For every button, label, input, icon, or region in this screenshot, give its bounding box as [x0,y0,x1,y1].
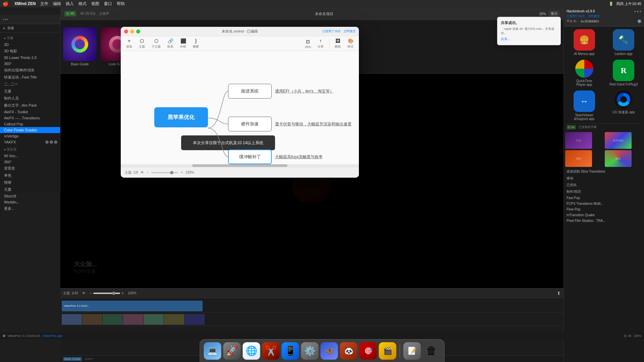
dock-launchpad[interactable]: 🚀 [223,342,241,360]
toolbar-link[interactable]: 🔗 联系 [165,37,176,50]
toolbar-zen[interactable]: ⊡ ZEN [302,37,314,50]
toolbar-style[interactable]: 🎨 样式 [345,37,356,50]
zoom-minus-status[interactable]: − [147,171,149,174]
branch-node-1[interactable]: 能进系统 [228,84,272,99]
minimize-button[interactable] [130,29,134,34]
xmind-scrollbar-h[interactable] [121,164,359,167]
statusbar-zoom-handle[interactable] [170,171,173,174]
close-button[interactable] [124,29,128,34]
apple-menu-icon[interactable]: 🍎 [3,1,8,6]
dock-transmit[interactable]: 🦋 [321,342,338,360]
sidebar-item-3d[interactable]: 3D [0,42,60,48]
transition-item-3[interactable]: 已优化 [565,182,643,188]
toolbar-share[interactable]: ↑ 分享 [315,37,326,50]
menubar-app-name[interactable]: XMind ZEN [14,1,36,6]
timeline-zoom-control[interactable]: − + [90,291,124,296]
transition-item-fast-pop[interactable]: Fast Pop [565,195,643,201]
sidebar-item-alefx[interactable]: AleFX - Toolkit [0,109,60,115]
sidebar-item-360[interactable]: 360° [0,61,60,67]
app-icon-redgiant[interactable]: R Red Giant FxPlug3 [606,60,642,86]
sidebar-item-90lower[interactable]: 90 Lower Thirds 2.0 [0,55,60,61]
branch-node-3[interactable]: 缓冲帧补丁 [228,149,272,164]
menubar-window[interactable]: 窗口 [104,1,112,7]
dock-fcpx[interactable]: ✂️ [262,342,280,360]
sidebar-item-wedding[interactable]: Weddin... [0,199,60,205]
menubar-insert[interactable]: 插入 [66,1,74,7]
menubar-edit[interactable]: 编辑 [53,1,61,7]
sidebar-item-yakfx[interactable]: YAKFX [0,139,60,145]
toolbar-add[interactable]: ＋ 添加 [123,37,135,50]
branch-node-2[interactable]: 硬件加速 [228,117,272,131]
sidebar-item-colorfinale[interactable]: Color Finale Grades [0,127,60,133]
sidebar-item-90sec[interactable]: 90 Sec... [0,153,60,159]
central-node[interactable]: 黑苹果优化 [154,107,208,127]
app-icon-quicktime[interactable]: QuickTimePlayer.app [567,60,602,86]
dock-film[interactable]: 🎬 [379,342,396,360]
toolbar-subtopic[interactable]: ⬡ 子主题 [149,37,163,50]
sidebar-item-textpack[interactable]: 极分文字...tles Pack [0,102,60,109]
menubar-file[interactable]: 文件 [40,1,48,7]
menubar-help[interactable]: 帮助 [117,1,125,7]
thumb-small-1[interactable]: 万元 [565,132,592,149]
zoom-plus[interactable]: + [121,291,124,296]
zoom-minus[interactable]: − [90,291,92,296]
maximize-button[interactable] [136,29,140,34]
dock-trash[interactable]: 🗑 [423,342,440,360]
transition-item-pfs[interactable]: Pixel Film Studios - TRA... [565,218,643,224]
thumb-base-grade[interactable]: Base Grade [63,27,97,66]
sidebar-item-elem2[interactable]: 元素 [0,186,60,193]
transition-item-1[interactable]: 添加切割 Slice Transitions [565,168,643,175]
track-clip-main[interactable]: VideoProc 3.2 2019... [62,301,203,311]
fcpx-display-btn[interactable]: 显示 [549,11,559,17]
app-icon-lantern[interactable]: 🔦 Lantern app [606,29,642,56]
sidebar-item-bgaudio[interactable]: 背景音 [0,165,60,172]
sidebar-item-staff[interactable]: 制作人员 [0,95,60,102]
statusbar-zoom-slider[interactable] [151,172,178,173]
dock-safari[interactable]: 🌐 [243,342,260,360]
dock-bear[interactable]: 🐼 [340,342,358,360]
thumb-small-2[interactable]: 高亮调色 [605,132,632,149]
xmind-content[interactable]: 黑苹果优化 能进系统 通用EFI（小兵，len's，淘宝等） 硬件加速 显卡仿冒… [121,51,359,167]
thumb-small-3[interactable]: 调色 [565,150,592,167]
zoom-slider-handle[interactable] [112,292,115,295]
transition-item-multi[interactable]: FCPX Transitions Multi... [565,201,643,206]
eye-icon-status[interactable]: 👁 [141,171,144,174]
transition-item-2[interactable]: 移动 [565,175,643,182]
sidebar-item-action[interactable]: 动作出现/构件消失 [0,67,60,74]
sidebar-item-more[interactable]: 更多... [0,205,60,212]
dock-sysprefs[interactable]: ⚙️ [301,342,319,360]
hackintosh-subtitle[interactable]: 已使用了26天 · 立即激活 [567,14,641,18]
sidebar-item-two[interactable]: 二...二一 [0,81,60,88]
transition-item-quake[interactable]: mTransition Quake [565,212,643,218]
sidebar-item-emotion[interactable]: 情绪 [0,179,60,186]
transition-item-4[interactable]: 制作/简历 [565,188,643,195]
app-icon-aimenus[interactable]: 🍔 AI Menus.app [567,29,602,56]
sharing-link[interactable]: 共享... [501,37,557,42]
app-icon-uu[interactable]: UU 加速器.app [606,90,642,121]
timeline-eye-icon[interactable]: 👁 [82,291,86,295]
sidebar-item-alefx2[interactable]: AleFX —...Transitions [0,115,60,121]
toolbar-outer[interactable]: ⬛ 外框 [177,37,189,50]
timeline-expand-btn[interactable]: ⬆ [557,291,561,296]
thumb-small-4[interactable]: 特效 [605,150,632,167]
sidebar-item-360-2[interactable]: 360° [0,159,60,165]
fcpx-new-item[interactable]: + 新建 [0,24,60,33]
dock-notes[interactable]: 📝 [404,342,421,360]
xmind-saved-indicator[interactable]: 已使用了26天 · 立即激活 [322,29,356,34]
dock-appstore[interactable]: 📱 [282,342,299,360]
sidebar-item-slice18[interactable]: Slice18 [0,193,60,199]
platform-controls[interactable]: ⚙️ [637,19,641,23]
sidebar-item-3d-movie[interactable]: 3D 电影 [0,48,60,55]
zoom-plus-status[interactable]: + [181,171,183,174]
sidebar-item-elements[interactable]: 元素 [0,88,60,95]
timeline-zoom-slider[interactable] [93,293,120,294]
sidebar-item-fast[interactable]: 快速运动...Fast Title [0,74,60,81]
toolbar-topic[interactable]: ⬡ 主题 [136,37,148,50]
app-icon-teamviewer[interactable]: ↔ TeamViewer&Support.app [567,90,602,121]
dock-redapp[interactable]: 🎯 [360,342,377,360]
sidebar-item-mono[interactable]: 单色 [0,172,60,179]
notice-node[interactable]: 本次分享仅限于台式机及10.14以上系统 [181,135,275,150]
menubar-view[interactable]: 视图 [91,1,99,7]
menubar-format[interactable]: 格式 [78,1,87,7]
dock-finder[interactable]: 💻 [204,342,221,360]
